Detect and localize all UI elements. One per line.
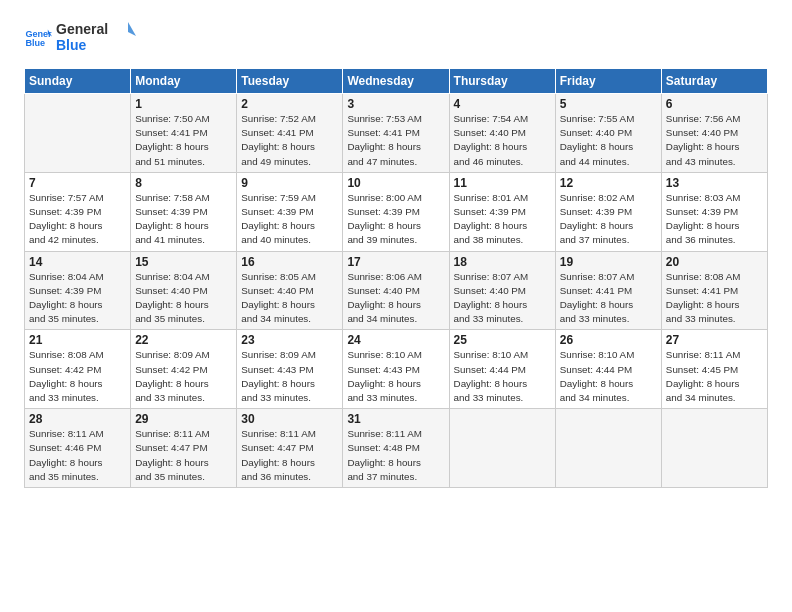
day-number: 15 — [135, 255, 232, 269]
calendar-cell — [555, 409, 661, 488]
calendar-cell: 26Sunrise: 8:10 AMSunset: 4:44 PMDayligh… — [555, 330, 661, 409]
day-info: Sunrise: 7:53 AMSunset: 4:41 PMDaylight:… — [347, 112, 444, 169]
day-number: 30 — [241, 412, 338, 426]
day-info: Sunrise: 8:11 AMSunset: 4:48 PMDaylight:… — [347, 427, 444, 484]
svg-text:Blue: Blue — [25, 38, 45, 48]
calendar-cell: 13Sunrise: 8:03 AMSunset: 4:39 PMDayligh… — [661, 172, 767, 251]
header: General Blue General Blue — [24, 18, 768, 58]
day-info: Sunrise: 8:09 AMSunset: 4:43 PMDaylight:… — [241, 348, 338, 405]
calendar-cell: 8Sunrise: 7:58 AMSunset: 4:39 PMDaylight… — [131, 172, 237, 251]
calendar-cell: 3Sunrise: 7:53 AMSunset: 4:41 PMDaylight… — [343, 94, 449, 173]
day-number: 28 — [29, 412, 126, 426]
day-info: Sunrise: 8:04 AMSunset: 4:40 PMDaylight:… — [135, 270, 232, 327]
svg-text:Blue: Blue — [56, 37, 87, 53]
day-info: Sunrise: 8:10 AMSunset: 4:44 PMDaylight:… — [454, 348, 551, 405]
day-number: 6 — [666, 97, 763, 111]
calendar-table: SundayMondayTuesdayWednesdayThursdayFrid… — [24, 68, 768, 488]
day-info: Sunrise: 8:01 AMSunset: 4:39 PMDaylight:… — [454, 191, 551, 248]
day-info: Sunrise: 8:03 AMSunset: 4:39 PMDaylight:… — [666, 191, 763, 248]
weekday-header-row: SundayMondayTuesdayWednesdayThursdayFrid… — [25, 69, 768, 94]
day-info: Sunrise: 8:11 AMSunset: 4:47 PMDaylight:… — [241, 427, 338, 484]
calendar-cell: 22Sunrise: 8:09 AMSunset: 4:42 PMDayligh… — [131, 330, 237, 409]
day-info: Sunrise: 8:11 AMSunset: 4:46 PMDaylight:… — [29, 427, 126, 484]
calendar-cell: 16Sunrise: 8:05 AMSunset: 4:40 PMDayligh… — [237, 251, 343, 330]
calendar-cell: 30Sunrise: 8:11 AMSunset: 4:47 PMDayligh… — [237, 409, 343, 488]
calendar-cell: 24Sunrise: 8:10 AMSunset: 4:43 PMDayligh… — [343, 330, 449, 409]
day-number: 14 — [29, 255, 126, 269]
day-info: Sunrise: 7:57 AMSunset: 4:39 PMDaylight:… — [29, 191, 126, 248]
calendar-cell: 11Sunrise: 8:01 AMSunset: 4:39 PMDayligh… — [449, 172, 555, 251]
day-info: Sunrise: 8:07 AMSunset: 4:41 PMDaylight:… — [560, 270, 657, 327]
day-number: 18 — [454, 255, 551, 269]
day-info: Sunrise: 7:55 AMSunset: 4:40 PMDaylight:… — [560, 112, 657, 169]
day-number: 8 — [135, 176, 232, 190]
day-info: Sunrise: 8:07 AMSunset: 4:40 PMDaylight:… — [454, 270, 551, 327]
week-row-5: 28Sunrise: 8:11 AMSunset: 4:46 PMDayligh… — [25, 409, 768, 488]
day-number: 9 — [241, 176, 338, 190]
day-info: Sunrise: 7:52 AMSunset: 4:41 PMDaylight:… — [241, 112, 338, 169]
weekday-wednesday: Wednesday — [343, 69, 449, 94]
day-info: Sunrise: 8:10 AMSunset: 4:44 PMDaylight:… — [560, 348, 657, 405]
calendar-cell — [449, 409, 555, 488]
day-number: 19 — [560, 255, 657, 269]
calendar-cell: 18Sunrise: 8:07 AMSunset: 4:40 PMDayligh… — [449, 251, 555, 330]
calendar-cell: 20Sunrise: 8:08 AMSunset: 4:41 PMDayligh… — [661, 251, 767, 330]
day-number: 23 — [241, 333, 338, 347]
day-info: Sunrise: 8:00 AMSunset: 4:39 PMDaylight:… — [347, 191, 444, 248]
day-number: 10 — [347, 176, 444, 190]
calendar-cell: 28Sunrise: 8:11 AMSunset: 4:46 PMDayligh… — [25, 409, 131, 488]
calendar-cell — [661, 409, 767, 488]
day-info: Sunrise: 8:11 AMSunset: 4:45 PMDaylight:… — [666, 348, 763, 405]
day-info: Sunrise: 8:11 AMSunset: 4:47 PMDaylight:… — [135, 427, 232, 484]
weekday-tuesday: Tuesday — [237, 69, 343, 94]
day-info: Sunrise: 8:08 AMSunset: 4:41 PMDaylight:… — [666, 270, 763, 327]
day-number: 1 — [135, 97, 232, 111]
day-number: 12 — [560, 176, 657, 190]
day-number: 20 — [666, 255, 763, 269]
day-info: Sunrise: 8:06 AMSunset: 4:40 PMDaylight:… — [347, 270, 444, 327]
calendar-cell: 19Sunrise: 8:07 AMSunset: 4:41 PMDayligh… — [555, 251, 661, 330]
calendar-cell: 7Sunrise: 7:57 AMSunset: 4:39 PMDaylight… — [25, 172, 131, 251]
day-info: Sunrise: 8:02 AMSunset: 4:39 PMDaylight:… — [560, 191, 657, 248]
calendar-cell: 2Sunrise: 7:52 AMSunset: 4:41 PMDaylight… — [237, 94, 343, 173]
day-number: 31 — [347, 412, 444, 426]
day-info: Sunrise: 7:58 AMSunset: 4:39 PMDaylight:… — [135, 191, 232, 248]
day-number: 13 — [666, 176, 763, 190]
calendar-cell: 15Sunrise: 8:04 AMSunset: 4:40 PMDayligh… — [131, 251, 237, 330]
logo-icon: General Blue — [24, 24, 52, 52]
logo: General Blue General Blue — [24, 18, 136, 58]
weekday-sunday: Sunday — [25, 69, 131, 94]
day-info: Sunrise: 8:05 AMSunset: 4:40 PMDaylight:… — [241, 270, 338, 327]
day-info: Sunrise: 8:10 AMSunset: 4:43 PMDaylight:… — [347, 348, 444, 405]
week-row-3: 14Sunrise: 8:04 AMSunset: 4:39 PMDayligh… — [25, 251, 768, 330]
day-info: Sunrise: 7:56 AMSunset: 4:40 PMDaylight:… — [666, 112, 763, 169]
calendar-cell: 23Sunrise: 8:09 AMSunset: 4:43 PMDayligh… — [237, 330, 343, 409]
calendar-page: General Blue General Blue SundayMondayTu… — [0, 0, 792, 612]
day-info: Sunrise: 8:04 AMSunset: 4:39 PMDaylight:… — [29, 270, 126, 327]
calendar-cell: 14Sunrise: 8:04 AMSunset: 4:39 PMDayligh… — [25, 251, 131, 330]
weekday-monday: Monday — [131, 69, 237, 94]
calendar-cell — [25, 94, 131, 173]
logo-text: General Blue — [56, 18, 136, 58]
day-number: 17 — [347, 255, 444, 269]
day-number: 11 — [454, 176, 551, 190]
day-number: 3 — [347, 97, 444, 111]
calendar-cell: 21Sunrise: 8:08 AMSunset: 4:42 PMDayligh… — [25, 330, 131, 409]
week-row-1: 1Sunrise: 7:50 AMSunset: 4:41 PMDaylight… — [25, 94, 768, 173]
weekday-friday: Friday — [555, 69, 661, 94]
day-number: 29 — [135, 412, 232, 426]
calendar-cell: 31Sunrise: 8:11 AMSunset: 4:48 PMDayligh… — [343, 409, 449, 488]
calendar-cell: 9Sunrise: 7:59 AMSunset: 4:39 PMDaylight… — [237, 172, 343, 251]
svg-text:General: General — [56, 21, 108, 37]
day-info: Sunrise: 8:08 AMSunset: 4:42 PMDaylight:… — [29, 348, 126, 405]
day-number: 22 — [135, 333, 232, 347]
calendar-cell: 27Sunrise: 8:11 AMSunset: 4:45 PMDayligh… — [661, 330, 767, 409]
day-info: Sunrise: 7:59 AMSunset: 4:39 PMDaylight:… — [241, 191, 338, 248]
weekday-saturday: Saturday — [661, 69, 767, 94]
calendar-cell: 1Sunrise: 7:50 AMSunset: 4:41 PMDaylight… — [131, 94, 237, 173]
day-number: 5 — [560, 97, 657, 111]
calendar-cell: 29Sunrise: 8:11 AMSunset: 4:47 PMDayligh… — [131, 409, 237, 488]
day-number: 26 — [560, 333, 657, 347]
calendar-cell: 4Sunrise: 7:54 AMSunset: 4:40 PMDaylight… — [449, 94, 555, 173]
calendar-cell: 25Sunrise: 8:10 AMSunset: 4:44 PMDayligh… — [449, 330, 555, 409]
